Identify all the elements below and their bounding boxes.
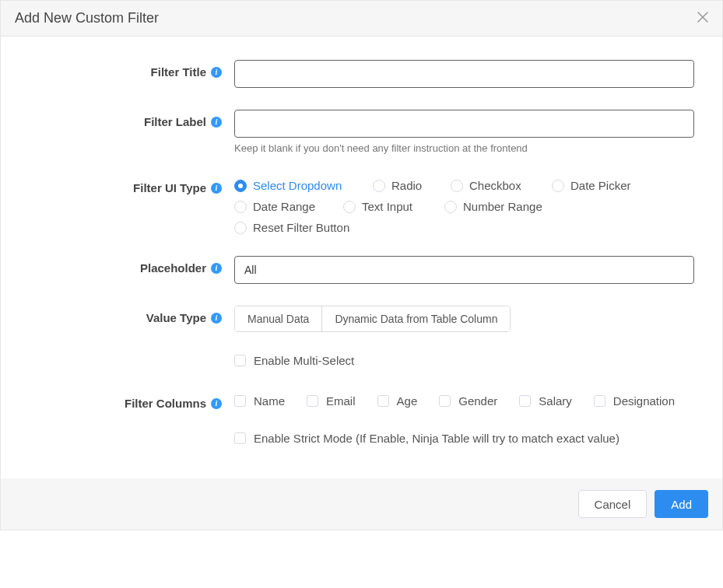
column-email-checkbox[interactable]: Email bbox=[307, 394, 356, 408]
label-placeholder: Placeholder i bbox=[15, 256, 234, 275]
checkbox-icon bbox=[519, 395, 531, 407]
modal-body: Filter Title i Filter Label i Keep it bl… bbox=[1, 37, 722, 478]
radio-select-dropdown[interactable]: Select Dropdown bbox=[234, 179, 373, 192]
radio-icon bbox=[444, 201, 457, 213]
row-filter-title: Filter Title i bbox=[15, 60, 708, 88]
radio-icon bbox=[451, 180, 463, 192]
info-icon[interactable]: i bbox=[211, 117, 222, 128]
checkbox-icon bbox=[234, 355, 246, 366]
radio-icon bbox=[552, 180, 564, 192]
radio-text-input[interactable]: Text Input bbox=[343, 200, 444, 213]
add-button[interactable]: Add bbox=[655, 490, 708, 518]
radio-date-range[interactable]: Date Range bbox=[234, 200, 343, 213]
enable-multi-select-checkbox[interactable]: Enable Multi-Select bbox=[234, 354, 354, 367]
radio-icon bbox=[234, 180, 247, 192]
filter-columns-group: Name Email Age Gender bbox=[234, 391, 694, 408]
radio-icon bbox=[373, 180, 385, 192]
value-type-manual-data-button[interactable]: Manual Data bbox=[235, 306, 321, 331]
modal-header: Add New Custom Filter bbox=[1, 1, 722, 37]
label-value-type: Value Type i bbox=[15, 306, 234, 324]
cancel-button[interactable]: Cancel bbox=[578, 490, 648, 518]
radio-radio[interactable]: Radio bbox=[373, 179, 451, 192]
checkbox-icon bbox=[234, 432, 246, 444]
radio-number-range[interactable]: Number Range bbox=[444, 200, 569, 213]
enable-strict-mode-checkbox[interactable]: Enable Strict Mode (If Enable, Ninja Tab… bbox=[234, 432, 619, 445]
value-type-segmented: Manual Data Dynamic Data from Table Colu… bbox=[234, 306, 511, 332]
info-icon[interactable]: i bbox=[211, 263, 222, 274]
value-type-dynamic-data-button[interactable]: Dynamic Data from Table Column bbox=[321, 306, 510, 331]
radio-date-picker[interactable]: Date Picker bbox=[552, 179, 661, 192]
close-button[interactable] bbox=[697, 12, 708, 25]
column-salary-checkbox[interactable]: Salary bbox=[519, 394, 572, 408]
label-filter-label: Filter Label i bbox=[15, 110, 234, 128]
checkbox-icon bbox=[594, 395, 605, 407]
radio-icon bbox=[234, 222, 247, 234]
info-icon[interactable]: i bbox=[211, 313, 222, 324]
checkbox-icon bbox=[377, 395, 389, 407]
row-placeholder: Placeholder i bbox=[15, 256, 708, 284]
column-gender-checkbox[interactable]: Gender bbox=[439, 394, 497, 408]
ui-type-radio-group: Select Dropdown Radio Checkbox Date Pick… bbox=[234, 176, 694, 234]
label-filter-columns: Filter Columns i bbox=[15, 391, 234, 410]
add-custom-filter-modal: Add New Custom Filter Filter Title i Fil… bbox=[0, 0, 723, 530]
row-filter-columns: Filter Columns i Name Email Age bbox=[15, 391, 708, 410]
radio-reset-filter-button[interactable]: Reset Filter Button bbox=[234, 221, 367, 234]
placeholder-input[interactable] bbox=[234, 256, 694, 284]
close-icon bbox=[697, 12, 708, 23]
radio-checkbox[interactable]: Checkbox bbox=[451, 179, 552, 192]
label-filter-title: Filter Title i bbox=[15, 60, 234, 79]
checkbox-icon bbox=[234, 395, 246, 407]
row-value-type: Value Type i Manual Data Dynamic Data fr… bbox=[15, 306, 708, 332]
filter-label-input[interactable] bbox=[234, 110, 694, 138]
column-name-checkbox[interactable]: Name bbox=[234, 394, 285, 408]
filter-label-help-text: Keep it blank if you don't need any filt… bbox=[234, 142, 694, 154]
modal-footer: Cancel Add bbox=[1, 478, 722, 530]
checkbox-icon bbox=[439, 395, 451, 407]
info-icon[interactable]: i bbox=[211, 183, 222, 194]
radio-icon bbox=[343, 201, 356, 213]
radio-icon bbox=[234, 201, 247, 213]
row-filter-label: Filter Label i Keep it blank if you don'… bbox=[15, 110, 708, 154]
filter-title-input[interactable] bbox=[234, 60, 694, 88]
column-designation-checkbox[interactable]: Designation bbox=[594, 394, 675, 408]
label-filter-ui-type: Filter UI Type i bbox=[15, 176, 234, 194]
row-filter-ui-type: Filter UI Type i Select Dropdown Radio bbox=[15, 176, 708, 234]
info-icon[interactable]: i bbox=[211, 398, 222, 409]
modal-title: Add New Custom Filter bbox=[15, 10, 159, 26]
row-strict-mode: Enable Strict Mode (If Enable, Ninja Tab… bbox=[15, 432, 708, 447]
column-age-checkbox[interactable]: Age bbox=[377, 394, 418, 408]
row-multi-select: Enable Multi-Select bbox=[15, 354, 708, 369]
info-icon[interactable]: i bbox=[211, 67, 222, 78]
checkbox-icon bbox=[307, 395, 318, 407]
